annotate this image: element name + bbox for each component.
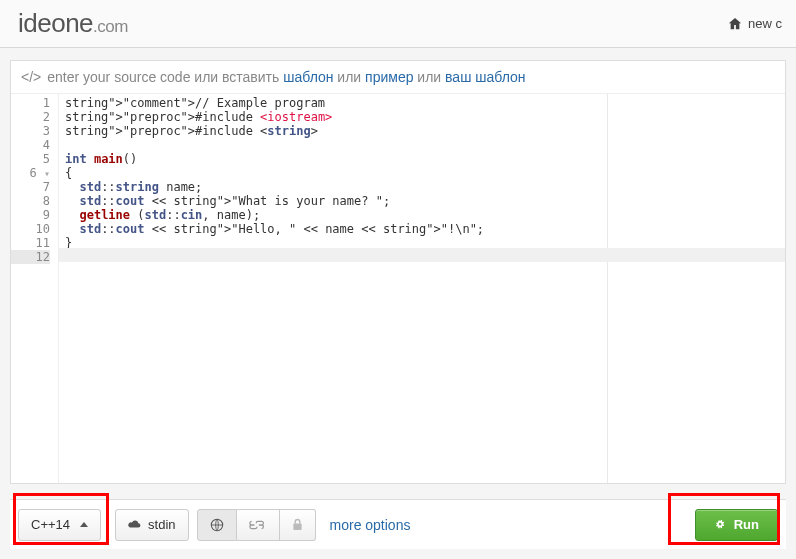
logo[interactable]: ideone.com [18, 8, 128, 39]
home-icon[interactable] [728, 17, 742, 31]
line-gutter: 123456 ▾789101112 [11, 94, 59, 483]
svg-rect-1 [293, 524, 301, 530]
private-button[interactable] [280, 509, 316, 541]
language-label: C++14 [31, 517, 70, 532]
prompt-lead: enter your source code или вставить [47, 69, 283, 85]
logo-com: .com [93, 17, 128, 36]
visibility-group [197, 509, 316, 541]
code-editor[interactable]: 123456 ▾789101112 string">"comment">// E… [11, 93, 785, 483]
editor-panel: </> enter your source code или вставить … [10, 60, 786, 484]
nav-new-code[interactable]: new c [748, 16, 782, 31]
prompt-text: enter your source code или вставить шабл… [47, 69, 525, 85]
prompt-row: </> enter your source code или вставить … [11, 61, 785, 93]
bottom-toolbar: C++14 stdin more options Run [10, 499, 786, 549]
cloud-icon [128, 520, 142, 530]
code-icon: </> [21, 69, 41, 85]
prompt-mid1: или [333, 69, 365, 85]
run-label: Run [734, 517, 759, 532]
top-header: ideone.com new c [0, 0, 796, 48]
code-area[interactable]: string">"comment">// Example programstri… [59, 94, 785, 483]
caret-up-icon [80, 522, 88, 527]
language-selector[interactable]: C++14 [18, 509, 101, 541]
logo-main: ideone [18, 8, 93, 38]
prompt-mid2: или [413, 69, 445, 85]
link-example[interactable]: пример [365, 69, 413, 85]
gears-icon [714, 518, 728, 532]
secret-button[interactable] [237, 509, 280, 541]
stdin-label: stdin [148, 517, 175, 532]
more-options-link[interactable]: more options [330, 517, 411, 533]
globe-icon [210, 518, 224, 532]
run-button[interactable]: Run [695, 509, 778, 541]
link-your-template[interactable]: ваш шаблон [445, 69, 525, 85]
header-nav: new c [728, 16, 782, 31]
link-template[interactable]: шаблон [283, 69, 333, 85]
public-button[interactable] [197, 509, 237, 541]
link-icon [249, 520, 267, 530]
lock-icon [292, 518, 303, 531]
stdin-button[interactable]: stdin [115, 509, 188, 541]
